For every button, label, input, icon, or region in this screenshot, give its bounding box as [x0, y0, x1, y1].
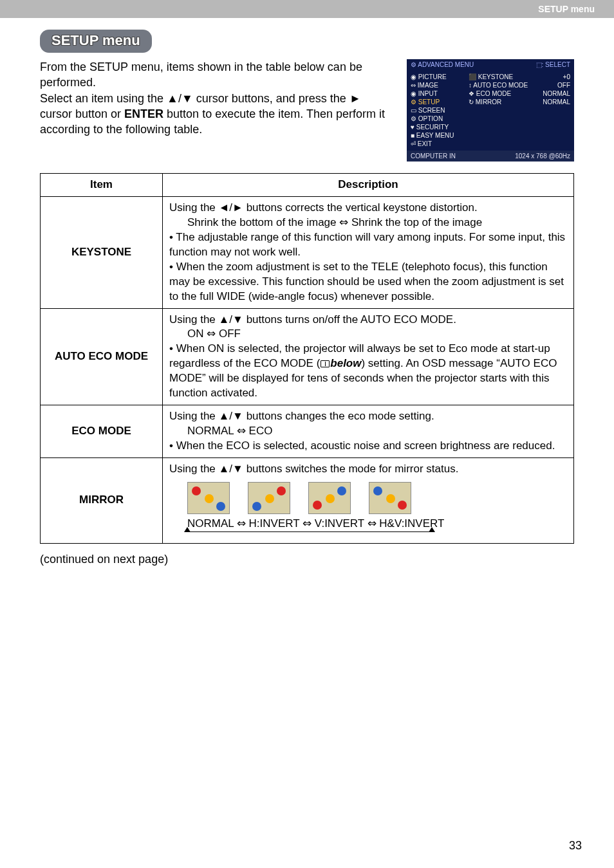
osd-right-label: ↻ MIRROR: [469, 98, 501, 106]
osd-right-label: ↕ AUTO ECO MODE: [469, 82, 528, 89]
osd-right-value: +0: [563, 73, 570, 80]
mirror-hinvert-icon: [248, 482, 290, 514]
osd-right-value: NORMAL: [543, 90, 570, 97]
mirror-vinvert-icon: [308, 482, 351, 514]
osd-menu-screenshot: ⚙ ADVANCED MENU ⬚: SELECT ◉ PICTURE ⇔ IM…: [407, 59, 574, 162]
desc-line: Using the ◄/► buttons corrects the verti…: [169, 201, 567, 216]
mirror-options-line: NORMAL ⇔ H:INVERT ⇔ V:INVERT ⇔ H&V:INVER…: [187, 517, 567, 531]
item-mirror: MIRROR: [41, 457, 163, 543]
header-right-label: SETUP menu: [538, 4, 595, 14]
osd-top-right: ⬚: SELECT: [536, 61, 570, 68]
desc-bullets: • When the ECO is selected, acoustic noi…: [169, 439, 567, 454]
osd-top-left: ⚙ ADVANCED MENU: [411, 61, 474, 68]
table-row: ECO MODE Using the ▲/▼ buttons changes t…: [41, 405, 574, 458]
desc-line: Using the ▲/▼ buttons switches the mode …: [169, 462, 567, 477]
desc-bullets: • When ON is selected, the projector wil…: [169, 342, 567, 401]
item-eco-mode: ECO MODE: [41, 405, 163, 458]
mirror-hvinvert-icon: [369, 482, 411, 514]
osd-left-list: ◉ PICTURE ⇔ IMAGE ◉ INPUT ⚙ SETUP ▭ SCRE…: [407, 70, 465, 151]
osd-bottom-right: 1024 x 768 @60Hz: [515, 152, 570, 160]
osd-left-item: ⚙ OPTION: [411, 115, 465, 123]
osd-left-item: ◉ INPUT: [411, 89, 465, 98]
desc-line: Shrink the bottom of the image ⇔ Shrink …: [187, 216, 567, 230]
desc-bullets: • The adjustable range of this function …: [169, 230, 567, 304]
osd-left-item: ♥ SECURITY: [411, 123, 465, 131]
table-row: KEYSTONE Using the ◄/► buttons corrects …: [41, 196, 574, 308]
osd-right-value: OFF: [557, 82, 570, 89]
desc-auto-eco: Using the ▲/▼ buttons turns on/off the A…: [163, 308, 574, 405]
mirror-thumbnails: [187, 482, 567, 514]
osd-left-item: ■ EASY MENU: [411, 131, 465, 140]
header-band: SETUP menu: [0, 0, 614, 18]
item-auto-eco: AUTO ECO MODE: [41, 308, 163, 405]
osd-left-item: ⏎ EXIT: [411, 140, 465, 148]
page-number: 33: [569, 839, 582, 853]
desc-line: Using the ▲/▼ buttons turns on/off the A…: [169, 313, 567, 328]
osd-right-label: ⬛ KEYSTONE: [469, 73, 513, 80]
desc-line: NORMAL ⇔ ECO: [187, 424, 567, 439]
osd-left-item: ⇔ IMAGE: [411, 81, 465, 89]
desc-mirror: Using the ▲/▼ buttons switches the mode …: [163, 457, 574, 543]
section-title: SETUP menu: [40, 30, 152, 53]
intro-paragraph: From the SETUP menu, items shown in the …: [40, 59, 394, 137]
desc-line: Using the ▲/▼ buttons changes the eco mo…: [169, 409, 567, 424]
item-keystone: KEYSTONE: [41, 196, 163, 308]
book-icon: [321, 360, 330, 367]
continued-note: (continued on next page): [40, 553, 574, 566]
loop-arrow-icon: [187, 531, 432, 539]
desc-line: ON ⇔ OFF: [187, 327, 567, 342]
table-head-item: Item: [41, 174, 163, 197]
table-head-desc: Description: [163, 174, 574, 197]
osd-left-item: ◉ PICTURE: [411, 73, 465, 81]
mirror-normal-icon: [187, 482, 230, 514]
description-table: Item Description KEYSTONE Using the ◄/► …: [40, 173, 574, 544]
osd-right-value: NORMAL: [543, 98, 570, 106]
table-row: MIRROR Using the ▲/▼ buttons switches th…: [41, 457, 574, 543]
desc-eco-mode: Using the ▲/▼ buttons changes the eco mo…: [163, 405, 574, 458]
desc-keystone: Using the ◄/► buttons corrects the verti…: [163, 196, 574, 308]
osd-bottom-left: COMPUTER IN: [411, 152, 456, 160]
desc-ref: below: [330, 357, 361, 369]
osd-left-item-selected: ⚙ SETUP: [411, 98, 465, 106]
osd-left-item: ▭ SCREEN: [411, 106, 465, 115]
osd-right-label: ❖ ECO MODE: [469, 90, 511, 97]
table-row: AUTO ECO MODE Using the ▲/▼ buttons turn…: [41, 308, 574, 405]
osd-right-list: ⬛ KEYSTONE+0 ↕ AUTO ECO MODEOFF ❖ ECO MO…: [465, 70, 574, 151]
